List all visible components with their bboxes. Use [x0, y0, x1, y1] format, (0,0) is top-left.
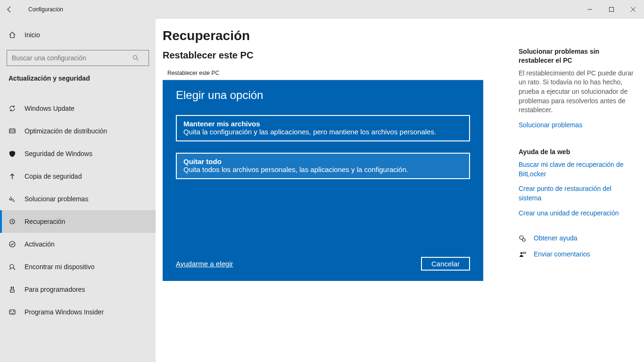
insider-icon	[8, 308, 18, 316]
svg-point-22	[522, 239, 525, 241]
option-remove-title: Quitar todo	[183, 157, 462, 165]
developer-icon	[8, 286, 18, 293]
find-device-icon	[8, 263, 18, 271]
svg-rect-15	[11, 287, 12, 289]
help-link-recovery-drive[interactable]: Crear una unidad de recuperación	[519, 209, 634, 218]
recovery-icon	[8, 218, 18, 225]
close-button[interactable]	[622, 0, 644, 19]
svg-rect-24	[523, 252, 526, 254]
troubleshoot-icon	[8, 195, 18, 203]
dialog-body: Elegir una opción Mantener mis archivos …	[163, 80, 483, 281]
help-me-choose-link[interactable]: Ayudarme a elegir	[176, 260, 233, 268]
sidebar-item-label: Optimización de distribución	[25, 127, 107, 135]
svg-line-14	[13, 268, 15, 270]
maximize-button[interactable]	[601, 0, 622, 19]
page-title: Recuperación	[163, 28, 644, 43]
activation-icon	[8, 240, 18, 248]
svg-rect-1	[610, 8, 614, 12]
sidebar-item-label: Recuperación	[25, 218, 65, 225]
svg-point-12	[9, 241, 15, 247]
svg-point-18	[10, 311, 11, 312]
dialog-heading: Elegir una opción	[176, 89, 470, 102]
get-help-icon	[519, 235, 529, 242]
feedback-icon	[519, 251, 529, 258]
option-keep-desc: Quita la configuración y las aplicacione…	[183, 128, 462, 136]
sidebar-group-header: Actualización y seguridad	[0, 74, 156, 87]
sidebar-item-windows-update[interactable]: Windows Update	[0, 97, 156, 120]
help-link-bitlocker[interactable]: Buscar mi clave de recuperación de BitLo…	[519, 160, 634, 179]
sidebar-item-backup[interactable]: Copia de seguridad	[0, 165, 156, 188]
sidebar-item-label: Windows Update	[25, 105, 74, 112]
sidebar-item-label: Programa Windows Insider	[25, 308, 104, 316]
dialog-footer: Ayudarme a elegir Cancelar	[176, 257, 470, 271]
search-box[interactable]	[7, 50, 149, 66]
get-help-link[interactable]: Obtener ayuda	[534, 234, 578, 243]
sidebar-item-label: Solucionar problemas	[25, 195, 88, 203]
option-keep-title: Mantener mis archivos	[183, 120, 462, 128]
sidebar-item-find-my-device[interactable]: Encontrar mi dispositivo	[0, 255, 156, 278]
sidebar-home-label: Inicio	[25, 31, 40, 39]
svg-point-13	[10, 264, 14, 268]
sidebar-item-windows-security[interactable]: Seguridad de Windows	[0, 142, 156, 165]
dialog-window-title: Restablecer este PC	[163, 67, 483, 80]
titlebar: Configuración	[0, 0, 644, 19]
help-section1-title: Solucionar problemas sin restablecer el …	[519, 47, 634, 65]
help-pane: Solucionar problemas sin restablecer el …	[519, 47, 634, 259]
search-input[interactable]	[7, 54, 132, 62]
svg-rect-16	[13, 287, 14, 289]
delivery-icon	[8, 127, 18, 135]
window-controls	[579, 0, 644, 19]
sidebar-item-label: Activación	[25, 240, 55, 248]
cancel-button[interactable]: Cancelar	[421, 257, 470, 271]
sync-icon	[8, 105, 18, 112]
help-section2-title: Ayuda de la web	[519, 148, 634, 156]
sidebar-item-label: Copia de seguridad	[25, 173, 82, 180]
sidebar-item-for-developers[interactable]: Para programadores	[0, 278, 156, 301]
sidebar: Inicio Actualización y seguridad Windows…	[0, 19, 156, 362]
shield-icon	[8, 150, 18, 157]
sidebar-home[interactable]: Inicio	[0, 25, 156, 44]
help-troubleshoot-link[interactable]: Solucionar problemas	[519, 121, 634, 130]
help-link-restore-point[interactable]: Crear punto de restauración del sistema	[519, 184, 634, 203]
svg-point-23	[520, 252, 522, 254]
sidebar-item-label: Encontrar mi dispositivo	[25, 263, 95, 271]
sidebar-item-label: Seguridad de Windows	[25, 150, 92, 157]
svg-point-19	[13, 311, 14, 312]
sidebar-item-troubleshoot[interactable]: Solucionar problemas	[0, 188, 156, 210]
backup-icon	[8, 173, 18, 180]
search-icon	[132, 55, 149, 61]
option-remove-everything[interactable]: Quitar todo Quita todos los archivos per…	[176, 153, 470, 179]
option-keep-files[interactable]: Mantener mis archivos Quita la configura…	[176, 115, 470, 141]
reset-pc-dialog: Restablecer este PC Elegir una opción Ma…	[163, 67, 483, 281]
sidebar-item-recovery[interactable]: Recuperación	[0, 210, 156, 233]
back-button[interactable]	[0, 0, 19, 19]
sidebar-item-delivery-optimization[interactable]: Optimización de distribución	[0, 120, 156, 142]
feedback-link[interactable]: Enviar comentarios	[534, 250, 590, 259]
option-remove-desc: Quita todos los archivos personales, las…	[183, 165, 462, 173]
svg-line-5	[137, 59, 139, 61]
minimize-button[interactable]	[579, 0, 601, 19]
window-title: Configuración	[28, 6, 63, 13]
sidebar-item-activation[interactable]: Activación	[0, 233, 156, 255]
svg-point-4	[133, 56, 137, 59]
sidebar-item-windows-insider[interactable]: Programa Windows Insider	[0, 301, 156, 323]
home-icon	[8, 31, 18, 39]
sidebar-item-label: Para programadores	[25, 286, 85, 293]
help-section1-body: El restablecimiento del PC puede durar u…	[519, 69, 634, 115]
svg-rect-17	[10, 290, 14, 292]
